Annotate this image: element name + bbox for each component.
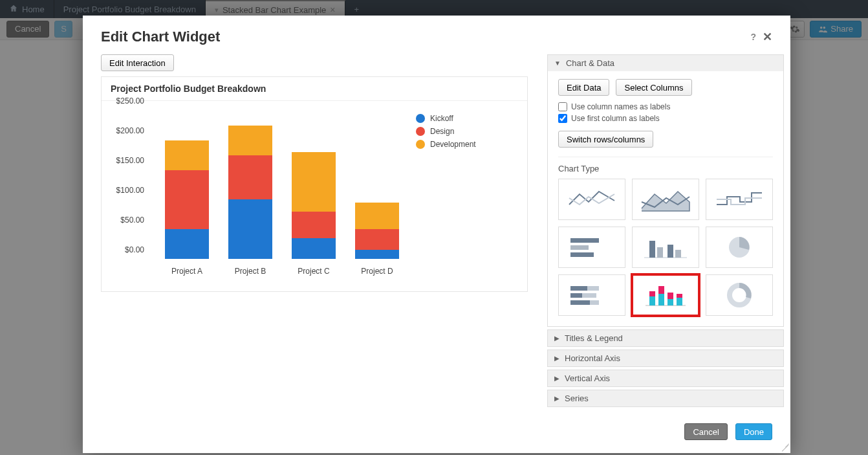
chart-type-line[interactable] xyxy=(558,179,625,220)
svg-rect-11 xyxy=(570,293,582,298)
chart-title: Project Portfolio Budget Breakdown xyxy=(102,77,527,101)
bar-group xyxy=(355,111,399,259)
bar-segment xyxy=(165,140,209,170)
legend-swatch xyxy=(416,127,425,136)
section-head-label: Series xyxy=(565,394,589,403)
edit-chart-dialog: Edit Chart Widget ? ✕ Edit Interaction P… xyxy=(83,16,790,453)
bar-segment xyxy=(228,199,272,259)
bar-segment xyxy=(292,238,336,259)
checkbox-input[interactable] xyxy=(558,114,567,123)
svg-rect-16 xyxy=(649,296,655,305)
svg-rect-23 xyxy=(677,294,682,298)
svg-rect-21 xyxy=(667,293,673,299)
section-head-haxis[interactable]: ▶ Horizontal Axis xyxy=(548,350,783,366)
section-head-label: Horizontal Axis xyxy=(565,353,620,363)
dialog-title: Edit Chart Widget xyxy=(101,28,750,45)
edit-data-button[interactable]: Edit Data xyxy=(558,79,609,96)
chart-type-vbar-stacked[interactable] xyxy=(632,274,699,316)
chart-preview: Project Portfolio Budget Breakdown $0.00… xyxy=(101,76,528,292)
x-label: Project B xyxy=(228,263,272,278)
svg-rect-9 xyxy=(570,286,587,291)
checkbox-label: Use column names as labels xyxy=(571,102,670,111)
svg-rect-17 xyxy=(649,291,655,296)
section-series: ▶ Series xyxy=(547,390,784,407)
svg-rect-5 xyxy=(657,247,663,258)
dialog-done-button[interactable]: Done xyxy=(735,423,772,440)
svg-rect-10 xyxy=(587,286,599,291)
legend-item: Design xyxy=(416,127,476,136)
chart-type-area[interactable] xyxy=(632,179,699,220)
y-tick: $100.00 xyxy=(116,186,144,195)
chart-type-step[interactable] xyxy=(706,179,773,220)
section-head-label: Chart & Data xyxy=(566,58,614,68)
resize-handle[interactable] xyxy=(779,441,788,450)
y-tick: $200.00 xyxy=(116,126,144,135)
y-tick: $250.00 xyxy=(116,96,144,105)
bar-group xyxy=(165,111,209,259)
edit-interaction-button[interactable]: Edit Interaction xyxy=(101,54,174,71)
switch-rows-columns-button[interactable]: Switch rows/columns xyxy=(558,131,653,148)
section-head-label: Vertical Axis xyxy=(565,373,610,383)
use-first-column-checkbox[interactable]: Use first column as labels xyxy=(558,114,773,123)
legend-swatch xyxy=(416,114,425,123)
svg-rect-4 xyxy=(649,241,655,258)
svg-rect-13 xyxy=(570,300,590,305)
section-chart-data: ▼ Chart & Data Edit Data Select Columns … xyxy=(547,54,784,327)
legend-item: Development xyxy=(416,140,476,149)
chart-type-pie[interactable] xyxy=(706,227,773,268)
svg-rect-2 xyxy=(570,252,594,257)
bar-segment xyxy=(228,126,272,155)
use-column-names-checkbox[interactable]: Use column names as labels xyxy=(558,102,773,111)
chart-type-vbar[interactable] xyxy=(632,227,699,268)
svg-rect-1 xyxy=(570,245,589,250)
svg-rect-0 xyxy=(570,238,599,243)
svg-rect-6 xyxy=(667,245,673,258)
y-tick: $150.00 xyxy=(116,156,144,165)
chart-type-label: Chart Type xyxy=(558,164,773,173)
help-icon[interactable]: ? xyxy=(750,32,756,42)
legend-label: Development xyxy=(430,140,476,149)
svg-rect-18 xyxy=(658,294,664,305)
legend-label: Kickoff xyxy=(430,114,453,123)
close-icon[interactable]: ✕ xyxy=(763,30,772,44)
section-head-vaxis[interactable]: ▶ Vertical Axis xyxy=(548,370,783,386)
caret-down-icon: ▼ xyxy=(554,60,561,67)
chart-legend: KickoffDesignDevelopment xyxy=(416,114,476,278)
legend-swatch xyxy=(416,140,425,149)
select-columns-button[interactable]: Select Columns xyxy=(616,79,691,96)
x-label: Project D xyxy=(355,263,399,278)
section-titles-legend: ▶ Titles & Legend xyxy=(547,329,784,347)
svg-rect-7 xyxy=(675,250,681,258)
legend-item: Kickoff xyxy=(416,114,476,123)
svg-rect-19 xyxy=(658,286,664,294)
section-head-titles[interactable]: ▶ Titles & Legend xyxy=(548,330,783,346)
y-tick: $0.00 xyxy=(125,245,144,254)
section-head-series[interactable]: ▶ Series xyxy=(548,390,783,406)
svg-rect-20 xyxy=(667,299,673,305)
bar-segment xyxy=(228,155,272,200)
bar-segment xyxy=(292,212,336,238)
dialog-cancel-button[interactable]: Cancel xyxy=(684,423,727,440)
bar-segment xyxy=(165,229,209,259)
checkbox-label: Use first column as labels xyxy=(571,114,660,123)
chart-type-grid xyxy=(558,179,773,316)
caret-right-icon: ▶ xyxy=(554,355,559,362)
bar-segment xyxy=(292,152,336,212)
section-head-chart-data[interactable]: ▼ Chart & Data xyxy=(548,55,783,71)
svg-rect-22 xyxy=(677,298,682,305)
section-vertical-axis: ▶ Vertical Axis xyxy=(547,370,784,387)
bar-segment xyxy=(355,250,399,259)
checkbox-input[interactable] xyxy=(558,102,567,111)
chart-type-donut[interactable] xyxy=(706,274,773,316)
chart-type-hbar-stacked[interactable] xyxy=(558,274,625,316)
chart-plot: $0.00$50.00$100.00$150.00$200.00$250.00 … xyxy=(111,110,408,278)
bar-segment xyxy=(355,203,399,229)
legend-label: Design xyxy=(430,127,454,136)
bar-segment xyxy=(165,170,209,230)
caret-right-icon: ▶ xyxy=(554,375,559,382)
svg-rect-14 xyxy=(590,300,599,305)
y-tick: $50.00 xyxy=(120,216,144,225)
chart-type-hbar[interactable] xyxy=(558,227,625,268)
bar-group xyxy=(292,111,336,259)
caret-right-icon: ▶ xyxy=(554,335,559,342)
